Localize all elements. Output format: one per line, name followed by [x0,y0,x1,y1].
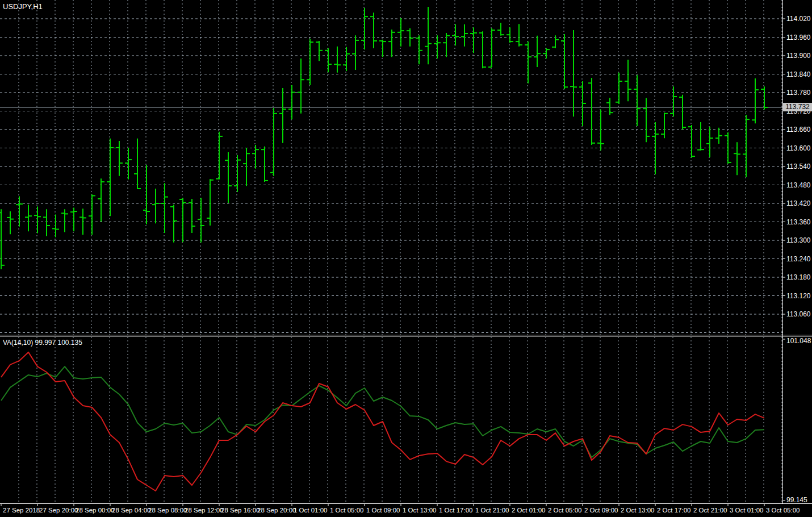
time-axis-label: 27 Sep 20:00 [39,507,78,514]
indicator-subwindow-surface[interactable] [1,352,764,491]
time-axis-label: 28 Sep 04:00 [112,507,150,514]
time-axis-label: 2 Oct 21:00 [693,507,727,514]
price-axis-label: 113.240 [786,255,811,263]
main-chart-surface[interactable] [0,7,782,269]
ohlc-bar [143,165,150,224]
ohlc-bar [743,115,750,177]
time-axis-label: 28 Sep 20:00 [257,507,296,514]
price-axis-label: 113.420 [786,199,811,207]
ohlc-bar [443,33,450,57]
ohlc-bar [207,179,214,226]
ohlc-bar [170,205,177,243]
time-axis-label: 1 Oct 05:00 [330,507,363,514]
ohlc-bar [507,27,513,43]
time-axis-label: 2 Oct 09:00 [584,507,618,514]
ohlc-bar [370,12,377,48]
price-axis-label: 113.900 [786,52,811,60]
ohlc-bar [752,78,759,123]
window-separators [0,0,812,504]
ohlc-bar [189,199,195,233]
ohlc-bar [0,209,5,269]
ohlc-bar [543,48,550,59]
current-price-tag: 113.732 [783,103,812,111]
time-axis-label: 1 Oct 17:00 [439,507,472,514]
trading-terminal-chart-window: 114.020113.960113.900113.840113.780113.7… [0,0,812,517]
time-axis-label: 2 Oct 01:00 [512,507,545,514]
price-axis-label: 113.540 [786,162,811,170]
price-axis-label: 113.480 [786,181,811,189]
ohlc-bar [579,81,586,126]
ohlc-bar [688,125,695,158]
ohlc-bar [16,197,23,227]
chart-canvas: 114.020113.960113.900113.840113.780113.7… [0,0,812,517]
ohlc-bar [379,40,386,57]
indicator-name-values-label: VA(14,10) 99.997 100.135 [3,339,82,347]
time-axis-label: 1 Oct 01:00 [294,507,327,514]
ohlc-bar [316,41,323,61]
ohlc-bar [161,183,168,233]
ohlc-bar [570,30,577,116]
ohlc-bar [706,127,713,157]
ohlc-bar [597,110,604,151]
ohlc-bar [452,24,459,45]
ohlc-bar [52,215,59,237]
time-axis-label: 2 Oct 05:00 [548,507,581,514]
ohlc-bar [552,35,559,48]
time-axis-label: 3 Oct 05:00 [766,507,800,514]
ohlc-bar [734,142,740,175]
price-axis-label: 113.600 [786,144,811,152]
ohlc-bar [425,7,432,64]
time-axis-label: 27 Sep 2018 [3,507,40,514]
price-axis-label: 113.300 [786,236,811,244]
ohlc-bar [89,194,95,235]
indicator-line-red [1,352,764,491]
ohlc-bar [216,132,223,180]
indicator-axis-label: 101.048 [786,337,811,345]
ohlc-bar [361,8,368,49]
ohlc-bar [325,48,332,72]
time-axis-label: 1 Oct 21:00 [475,507,509,514]
ohlc-bar [279,88,286,143]
ohlc-bar [343,47,350,71]
ohlc-bar [116,141,123,176]
grid-layer [0,0,782,503]
time-axis-label: 28 Sep 00:00 [76,507,114,514]
ohlc-bar [461,24,468,47]
ohlc-bar [497,23,504,36]
ohlc-bar [352,35,359,70]
ohlc-bar [288,85,295,119]
price-axis-label: 114.020 [786,15,811,23]
ohlc-bar [261,147,268,182]
ohlc-bar [252,145,259,169]
ohlc-bar [79,209,86,235]
ohlc-bar [416,35,422,64]
symbol-timeframe-label: USDJPY,H1 [3,2,43,11]
ohlc-bar [525,41,531,84]
ohlc-bar [670,86,677,116]
ohlc-bar [234,155,241,192]
ohlc-bar [697,122,704,151]
ohlc-bar [588,78,595,145]
ohlc-bar [634,75,641,126]
ohlc-bar [179,198,186,242]
ohlc-bar [270,108,277,176]
ohlc-bar [70,208,77,232]
ohlc-bar [715,128,722,144]
ohlc-bar [198,198,204,243]
ohlc-bar [134,139,141,189]
time-axis[interactable]: 27 Sep 201827 Sep 20:0028 Sep 00:0028 Se… [1,503,800,514]
indicator-line-green [1,366,764,457]
price-axis[interactable]: 114.020113.960113.900113.840113.780113.7… [782,15,811,504]
price-axis-label: 113.960 [786,34,811,41]
ohlc-bar [107,139,114,216]
ohlc-bar [225,152,232,203]
ohlc-bar [488,28,495,67]
time-axis-label: 28 Sep 16:00 [221,507,259,514]
ohlc-bar [397,18,404,47]
ohlc-bar [652,122,659,174]
ohlc-bar [298,59,304,114]
ohlc-bar [479,31,486,68]
ohlc-bar [334,47,341,73]
time-axis-label: 28 Sep 12:00 [185,507,223,514]
ohlc-bar [25,205,32,231]
